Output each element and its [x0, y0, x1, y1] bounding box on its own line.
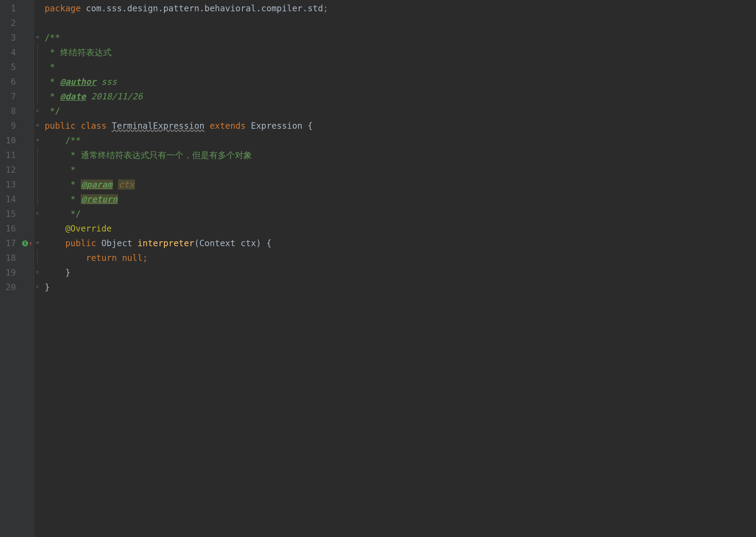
code-line[interactable]: * 终结符表达式: [45, 45, 756, 60]
line-number: 11: [6, 148, 16, 163]
indent: [45, 238, 65, 248]
javadoc-author-tag: @author: [60, 77, 96, 87]
keyword: public: [65, 238, 96, 248]
fold-end-icon[interactable]: ⊏: [35, 211, 40, 216]
brace: }: [45, 282, 50, 292]
line-number-gutter: 1 2 3 4 5 6 7 8 9 10 11 12 13 14 15 16 1…: [0, 0, 21, 537]
fold-toggle-icon[interactable]: ⊟: [35, 240, 40, 245]
method-params: (Context ctx) {: [194, 238, 272, 248]
line-number: 17: [6, 236, 16, 251]
return-type: Object: [101, 238, 132, 248]
gutter-marker-column: ↑: [21, 0, 34, 537]
javadoc-date-tag: @date: [60, 92, 86, 102]
javadoc-param-tag: @param: [81, 180, 113, 189]
fold-end-icon[interactable]: ⊏: [35, 284, 40, 289]
package-path: com.sss.design.pattern.behavioral.compil…: [81, 3, 323, 14]
fold-end-icon[interactable]: ⊏: [35, 108, 40, 113]
keyword: class: [81, 121, 106, 131]
javadoc-text: *: [45, 165, 75, 175]
code-line[interactable]: package com.sss.design.pattern.behaviora…: [45, 1, 756, 16]
code-line[interactable]: * @author sss: [45, 75, 756, 89]
javadoc-text: * 通常终结符表达式只有一个，但是有多个对象: [45, 150, 252, 160]
code-line[interactable]: */: [45, 207, 756, 222]
javadoc-text: * 终结符表达式: [45, 47, 112, 58]
code-line[interactable]: }: [45, 266, 756, 280]
code-line[interactable]: */: [45, 104, 756, 119]
line-number: 18: [6, 251, 16, 266]
fold-column: ⊟ ⊏ ⊟ ⊟ ⊏ ⊟ ⊏ ⊏: [34, 0, 42, 537]
superclass-name: Expression: [251, 121, 303, 131]
code-line[interactable]: * @date 2018/11/26: [45, 89, 756, 104]
line-number: 4: [6, 45, 16, 60]
indent: [45, 224, 65, 234]
line-number: 15: [6, 207, 16, 222]
javadoc-end: */: [45, 106, 60, 116]
keyword: extends: [209, 121, 246, 131]
javadoc-end: */: [45, 209, 81, 219]
code-line[interactable]: return null;: [45, 251, 756, 266]
null-literal: null: [122, 253, 143, 263]
keyword: public: [45, 121, 75, 131]
javadoc-prefix: *: [45, 77, 60, 87]
code-line[interactable]: public class TerminalExpression extends …: [45, 119, 756, 133]
line-number: 2: [6, 16, 16, 30]
line-number: 10: [6, 133, 16, 148]
class-name: TerminalExpression: [112, 121, 204, 131]
code-line[interactable]: * @return: [45, 192, 756, 207]
fold-toggle-icon[interactable]: ⊟: [35, 138, 40, 143]
semicolon: ;: [143, 253, 148, 263]
code-line[interactable]: public Object interpreter(Context ctx) {: [45, 236, 756, 251]
line-number: 16: [6, 222, 16, 236]
javadoc-return-tag: @return: [81, 194, 118, 204]
fold-toggle-icon[interactable]: ⊟: [35, 35, 40, 40]
semicolon: ;: [323, 3, 328, 14]
line-number: 20: [6, 280, 16, 295]
navigate-up-icon: ↑: [29, 238, 32, 249]
line-number: 3: [6, 30, 16, 45]
override-gutter-marker[interactable]: ↑: [22, 236, 32, 251]
keyword: package: [45, 3, 81, 14]
line-number: 9: [6, 119, 16, 133]
code-line[interactable]: }: [45, 280, 756, 295]
code-line[interactable]: /**: [45, 30, 756, 45]
line-number: 8: [6, 104, 16, 119]
override-annotation: @Override: [65, 224, 112, 234]
line-number: 1: [6, 1, 16, 16]
line-number: 19: [6, 266, 16, 280]
brace: }: [45, 268, 70, 278]
line-number: 13: [6, 177, 16, 192]
line-number: 5: [6, 60, 16, 75]
fold-toggle-icon[interactable]: ⊟: [35, 123, 40, 128]
code-editor[interactable]: 1 2 3 4 5 6 7 8 9 10 11 12 13 14 15 16 1…: [0, 0, 756, 537]
javadoc-prefix: *: [45, 92, 60, 102]
javadoc-text: *: [45, 62, 55, 72]
code-line[interactable]: *: [45, 163, 756, 177]
javadoc-param-name: ctx: [118, 180, 135, 189]
line-number: 14: [6, 192, 16, 207]
line-number: 12: [6, 163, 16, 177]
javadoc-author-value: sss: [96, 77, 117, 87]
fold-end-icon[interactable]: ⊏: [35, 270, 40, 274]
code-line[interactable]: [45, 16, 756, 30]
code-line[interactable]: /**: [45, 133, 756, 148]
line-number: 7: [6, 89, 16, 104]
javadoc-prefix: *: [45, 194, 81, 204]
keyword: return: [86, 253, 117, 263]
implements-method-icon: [22, 240, 28, 246]
javadoc-start: /**: [45, 33, 60, 43]
method-name: interpreter: [137, 238, 194, 248]
code-line[interactable]: * @param ctx: [45, 177, 756, 192]
javadoc-prefix: *: [45, 180, 81, 189]
code-line[interactable]: @Override: [45, 222, 756, 236]
line-number: 6: [6, 75, 16, 89]
brace: {: [303, 121, 313, 131]
code-area[interactable]: package com.sss.design.pattern.behaviora…: [42, 0, 756, 537]
indent: [45, 253, 86, 263]
javadoc-start: /**: [45, 136, 81, 145]
javadoc-date-value: 2018/11/26: [86, 92, 143, 102]
code-line[interactable]: * 通常终结符表达式只有一个，但是有多个对象: [45, 148, 756, 163]
code-line[interactable]: *: [45, 60, 756, 75]
